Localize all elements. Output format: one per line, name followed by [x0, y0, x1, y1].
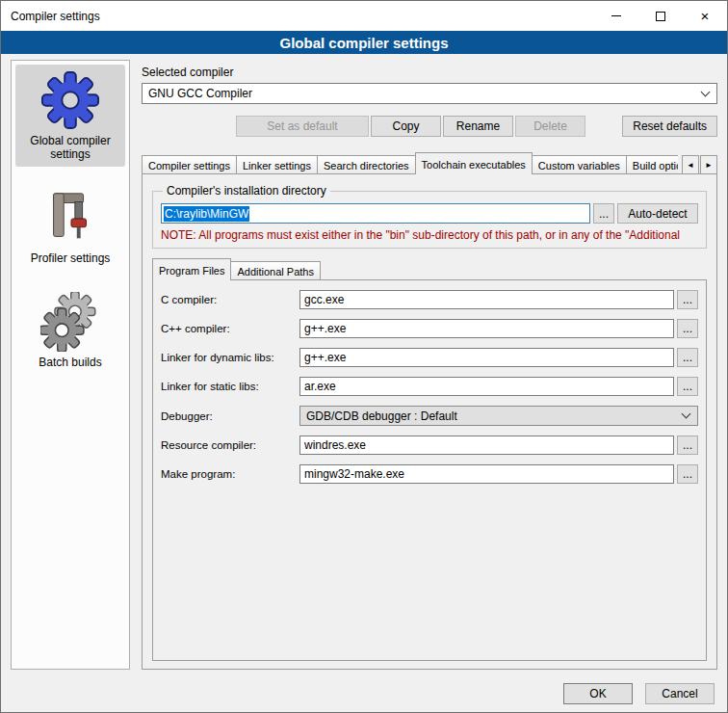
sidebar-item-global-compiler-settings[interactable]: Global compiler settings	[15, 65, 125, 167]
installation-directory-group-label: Compiler's installation directory	[163, 184, 330, 198]
compiler-actions: Set as default Copy Rename Delete Reset …	[142, 116, 717, 137]
arrow-right-icon: ►	[705, 161, 713, 170]
settings-sidebar: Global compiler settings Profiler settin…	[11, 60, 130, 670]
browse-button[interactable]: ...	[677, 348, 698, 367]
program-files-panel: C compiler: ... C++ compiler: ... Linker…	[152, 279, 707, 661]
tab-additional-paths[interactable]: Additional Paths	[230, 261, 321, 280]
tab-scroll-right-button[interactable]: ►	[700, 155, 717, 174]
installation-directory-input[interactable]: C:\raylib\MinGW	[161, 203, 590, 224]
browse-button[interactable]: ...	[677, 290, 698, 309]
chevron-down-icon	[701, 87, 711, 96]
resource-compiler-label: Resource compiler:	[161, 439, 296, 451]
make-program-label: Make program:	[161, 468, 296, 480]
profiler-icon	[40, 188, 100, 248]
reset-defaults-button[interactable]: Reset defaults	[622, 116, 717, 137]
ok-button[interactable]: OK	[563, 683, 633, 704]
window-title: Compiler settings	[1, 10, 100, 23]
sidebar-item-label: Batch builds	[39, 356, 101, 369]
dynamic-linker-label: Linker for dynamic libs:	[161, 352, 296, 363]
static-linker-label: Linker for static libs:	[161, 381, 296, 392]
tab-custom-variables[interactable]: Custom variables	[532, 155, 627, 174]
browse-button[interactable]: ...	[677, 436, 698, 455]
chevron-down-icon	[682, 409, 691, 419]
set-as-default-button[interactable]: Set as default	[236, 116, 369, 137]
sidebar-item-batch-builds[interactable]: Batch builds	[15, 286, 125, 375]
dialog-footer: OK Cancel	[1, 675, 727, 712]
sidebar-item-label: Global compiler settings	[17, 134, 123, 161]
installation-note: NOTE: All programs must exist either in …	[161, 228, 698, 242]
auto-detect-button[interactable]: Auto-detect	[617, 203, 698, 224]
form-row-dynamic-linker: Linker for dynamic libs: ...	[161, 348, 698, 367]
cpp-compiler-input[interactable]	[299, 319, 674, 338]
sidebar-item-profiler-settings[interactable]: Profiler settings	[15, 182, 125, 271]
browse-directory-button[interactable]: ...	[593, 203, 614, 224]
arrow-left-icon: ◄	[687, 161, 694, 170]
form-row-debugger: Debugger: GDB/CDB debugger : Default	[161, 406, 698, 426]
browse-button[interactable]: ...	[677, 464, 698, 484]
tab-scroll-arrows: ◄ ►	[678, 155, 717, 174]
titlebar[interactable]: Compiler settings ×	[1, 1, 727, 31]
toolchain-executables-panel: Compiler's installation directory C:\ray…	[142, 173, 717, 670]
form-row-c-compiler: C compiler: ...	[161, 290, 698, 309]
c-compiler-label: C compiler:	[161, 294, 296, 305]
debugger-dropdown[interactable]: GDB/CDB debugger : Default	[299, 406, 698, 426]
sidebar-item-label: Profiler settings	[31, 251, 111, 265]
close-icon: ×	[701, 9, 710, 23]
delete-button[interactable]: Delete	[515, 116, 585, 137]
dialog-header: Global compiler settings	[1, 31, 727, 54]
settings-tabs: Compiler settings Linker settings Search…	[142, 152, 717, 174]
tab-linker-settings[interactable]: Linker settings	[236, 155, 318, 174]
static-linker-input[interactable]	[299, 377, 674, 396]
rename-button[interactable]: Rename	[443, 116, 513, 137]
installation-directory-value: C:\raylib\MinGW	[164, 206, 249, 222]
minimize-button[interactable]	[594, 1, 638, 31]
form-row-resource-compiler: Resource compiler: ...	[161, 436, 698, 455]
copy-button[interactable]: Copy	[371, 116, 441, 137]
cancel-button[interactable]: Cancel	[645, 683, 715, 704]
tab-scroll-left-button[interactable]: ◄	[682, 155, 699, 174]
browse-button[interactable]: ...	[677, 377, 698, 396]
tab-toolchain-executables[interactable]: Toolchain executables	[415, 152, 533, 174]
cpp-compiler-label: C++ compiler:	[161, 323, 296, 334]
maximize-button[interactable]	[638, 1, 683, 31]
batch-builds-icon	[40, 292, 100, 352]
main-panel: Selected compiler GNU GCC Compiler Set a…	[142, 60, 717, 670]
program-tabs: Program Files Additional Paths	[152, 258, 707, 280]
form-row-cpp-compiler: C++ compiler: ...	[161, 319, 698, 338]
minimize-icon	[611, 15, 621, 16]
c-compiler-input[interactable]	[299, 290, 674, 309]
selected-compiler-label: Selected compiler	[142, 66, 717, 79]
resource-compiler-input[interactable]	[299, 436, 674, 455]
selected-compiler-dropdown[interactable]: GNU GCC Compiler	[142, 83, 717, 104]
installation-directory-row: C:\raylib\MinGW ... Auto-detect	[161, 203, 698, 224]
form-row-make-program: Make program: ...	[161, 464, 698, 484]
debugger-label: Debugger:	[161, 410, 296, 422]
tab-program-files[interactable]: Program Files	[152, 258, 231, 280]
close-button[interactable]: ×	[683, 1, 727, 31]
tab-compiler-settings[interactable]: Compiler settings	[142, 155, 237, 174]
maximize-icon	[656, 12, 665, 21]
compiler-settings-window: Compiler settings × Global compiler sett…	[0, 0, 728, 713]
dynamic-linker-input[interactable]	[299, 348, 674, 367]
make-program-input[interactable]	[299, 464, 674, 484]
selected-compiler-value: GNU GCC Compiler	[148, 87, 702, 100]
debugger-value: GDB/CDB debugger : Default	[306, 409, 683, 423]
installation-directory-group: Compiler's installation directory C:\ray…	[152, 184, 707, 249]
gear-icon	[40, 70, 100, 130]
browse-button[interactable]: ...	[677, 319, 698, 338]
window-controls: ×	[594, 1, 727, 31]
form-row-static-linker: Linker for static libs: ...	[161, 377, 698, 396]
tab-search-directories[interactable]: Search directories	[317, 155, 416, 174]
dialog-body: Global compiler settings Profiler settin…	[1, 54, 727, 675]
